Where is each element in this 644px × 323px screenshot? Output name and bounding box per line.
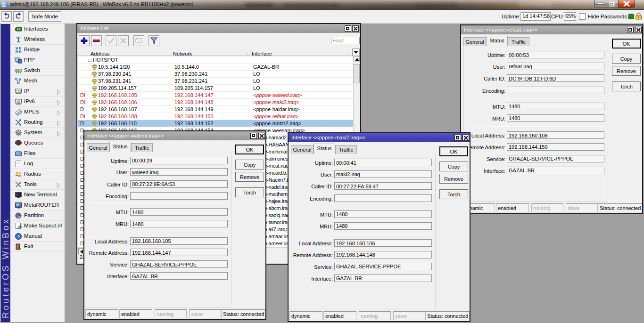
svg-text:v6: v6 [17, 100, 20, 103]
svg-text:?: ? [17, 234, 20, 239]
svg-text:>_: >_ [16, 193, 20, 196]
svg-text:255: 255 [16, 90, 21, 93]
